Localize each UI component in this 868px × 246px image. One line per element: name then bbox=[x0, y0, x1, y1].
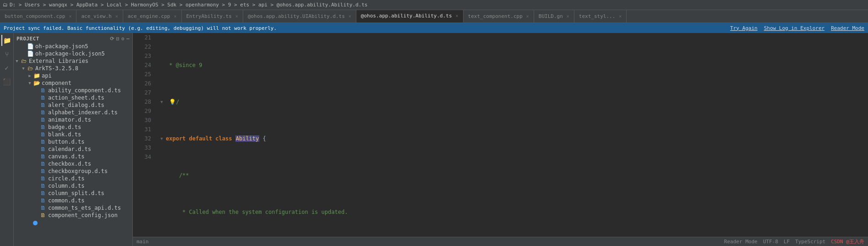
ts-icon: 🗎 bbox=[39, 117, 47, 123]
tab-close-icon[interactable]: × bbox=[115, 14, 118, 19]
commit-activity-icon[interactable]: ✓ bbox=[1, 62, 12, 73]
tree-item-arkts[interactable]: ▼ 🗁 ArkTS-3.2.5.8 bbox=[14, 65, 132, 72]
status-git: main bbox=[136, 239, 149, 245]
tree-item-api[interactable]: ▶ 📁 api bbox=[14, 72, 132, 79]
ts-icon: 🗎 bbox=[39, 153, 47, 160]
tree-item-component[interactable]: ▼ 📂 component bbox=[14, 79, 132, 87]
tree-item-blank[interactable]: 🗎 blank.d.ts bbox=[14, 131, 132, 138]
loading-dot bbox=[33, 221, 38, 225]
tabs-bar: button_component.cpp × ace_view.h × ace_… bbox=[0, 10, 868, 23]
info-actions: Try Again Show Log in Explorer Reader Mo… bbox=[730, 25, 864, 31]
tab-entry-ability[interactable]: EntryAbility.ts × bbox=[182, 10, 243, 23]
tab-close-icon[interactable]: × bbox=[69, 14, 71, 19]
status-csdn: CSDN @王入舟 bbox=[831, 238, 864, 245]
tree-item-column[interactable]: 🗎 column.d.ts bbox=[14, 182, 132, 190]
project-activity-icon[interactable]: 📁 bbox=[1, 35, 12, 46]
tab-text-styl[interactable]: text_styl... × bbox=[574, 10, 627, 23]
tab-ui-ability[interactable]: @ohos.app.ability.UIAbility.d.ts × bbox=[243, 10, 356, 23]
tab-ability-d[interactable]: @ohos.app.ability.Ability.d.ts × bbox=[356, 10, 464, 23]
tree-item-checkboxgroup[interactable]: 🗎 checkboxgroup.d.ts bbox=[14, 168, 132, 175]
tree-item-oh-package-lock[interactable]: 📄 oh-package-lock.json5 bbox=[14, 50, 132, 57]
settings-icon[interactable]: ⚙ bbox=[121, 36, 125, 42]
ts-icon: 🗎 bbox=[39, 146, 47, 152]
tree-item-circle[interactable]: 🗎 circle.d.ts bbox=[14, 175, 132, 182]
left-panel: 📁 ⑂ ✓ ⬛ Project ⟳ ⊟ ⚙ — 📄 oh-packag bbox=[0, 33, 133, 246]
dir-icon: 🗁 bbox=[20, 58, 27, 64]
tree-item-action-sheet[interactable]: 🗎 action_sheet.d.ts bbox=[14, 94, 132, 101]
ts-icon: 🗎 bbox=[39, 205, 47, 211]
tree-item-common-ts-ets[interactable]: 🗎 common_ts_ets_api.d.ts bbox=[14, 204, 132, 212]
ts-icon: 🗎 bbox=[39, 102, 47, 108]
status-language[interactable]: TypeScript bbox=[795, 239, 825, 245]
tree-item-component-config[interactable]: 🗎 component_config.json bbox=[14, 212, 132, 219]
tab-close-icon[interactable]: × bbox=[567, 14, 569, 19]
ts-icon: 🗎 bbox=[39, 124, 47, 130]
tree-item-canvas[interactable]: 🗎 canvas.d.ts bbox=[14, 153, 132, 160]
sync-icon[interactable]: ⟳ bbox=[110, 36, 115, 42]
status-encoding[interactable]: UTF-8 bbox=[763, 239, 778, 245]
tab-close-icon[interactable]: × bbox=[619, 14, 622, 19]
breadcrumb: D: > Users > wangqx > AppData > Local > … bbox=[10, 2, 367, 8]
tab-close-icon[interactable]: × bbox=[349, 14, 351, 19]
dir-arrow-expanded: ▼ bbox=[20, 66, 27, 71]
tab-label: text_styl... bbox=[579, 13, 615, 19]
tab-text-component[interactable]: text_component.cpp × bbox=[464, 10, 534, 23]
tab-close-icon[interactable]: × bbox=[526, 14, 529, 19]
tab-ace-view[interactable]: ace_view.h × bbox=[76, 10, 123, 23]
ts-icon: 🗎 bbox=[39, 87, 47, 94]
tab-close-icon[interactable]: × bbox=[235, 14, 238, 19]
reader-mode-button[interactable]: Reader Mode bbox=[831, 25, 864, 31]
tree-item-alert-dialog[interactable]: 🗎 alert_dialog.d.ts bbox=[14, 101, 132, 109]
dir-icon: 📂 bbox=[33, 80, 40, 86]
ts-icon: 🗎 bbox=[39, 95, 47, 101]
project-header: Project ⟳ ⊟ ⚙ — bbox=[14, 35, 132, 43]
line-numbers: 21 22 23 24 25 26 27 28 29 30 31 32 33 3… bbox=[133, 33, 155, 237]
dir-arrow-expanded: ▼ bbox=[14, 59, 20, 63]
tab-label: BUILD.gn bbox=[539, 13, 563, 19]
ts-icon: 🗎 bbox=[39, 183, 47, 189]
tab-label: ace_view.h bbox=[81, 13, 111, 19]
file-icon: 📄 bbox=[27, 43, 34, 50]
tab-build-gn[interactable]: BUILD.gn × bbox=[534, 10, 574, 23]
code-editor[interactable]: 21 22 23 24 25 26 27 28 29 30 31 32 33 3… bbox=[133, 33, 868, 237]
editor-area: 21 22 23 24 25 26 27 28 29 30 31 32 33 3… bbox=[133, 33, 868, 246]
tree-item-oh-package[interactable]: 📄 oh-package.json5 bbox=[14, 43, 132, 50]
tree-item-button[interactable]: 🗎 button.d.ts bbox=[14, 138, 132, 145]
tree-item-column-split[interactable]: 🗎 column_split.d.ts bbox=[14, 190, 132, 197]
tab-label: @ohos.app.ability.UIAbility.d.ts bbox=[248, 13, 345, 19]
status-reader-mode[interactable]: Reader Mode bbox=[724, 239, 758, 245]
breadcrumb-bar: 🗂 D: > Users > wangqx > AppData > Local … bbox=[0, 0, 868, 10]
ts-icon: 🗎 bbox=[39, 109, 47, 116]
tree-item-animator[interactable]: 🗎 animator.d.ts bbox=[14, 116, 132, 123]
collapse-icon[interactable]: ⊟ bbox=[116, 36, 120, 42]
tab-close-icon[interactable]: × bbox=[456, 13, 459, 18]
tab-label: EntryAbility.ts bbox=[186, 13, 232, 19]
ts-icon: 🗎 bbox=[39, 197, 47, 204]
tree-item-external-libraries[interactable]: ▼ 🗁 External Libraries bbox=[14, 57, 132, 65]
tab-label: @ohos.app.ability.Ability.d.ts bbox=[361, 13, 452, 19]
try-again-button[interactable]: Try Again bbox=[730, 25, 758, 31]
tree-item-checkbox[interactable]: 🗎 checkbox.d.ts bbox=[14, 160, 132, 168]
close-icon[interactable]: — bbox=[126, 36, 130, 42]
tree-item-common[interactable]: 🗎 common.d.ts bbox=[14, 197, 132, 204]
json-icon: 🗎 bbox=[39, 212, 47, 218]
dir-arrow-collapsed: ▶ bbox=[27, 73, 33, 78]
code-content[interactable]: * @since 9 ▼ 💡/ ▼ export default class A… bbox=[155, 33, 868, 237]
tree-item-calendar[interactable]: 🗎 calendar.d.ts bbox=[14, 145, 132, 153]
tab-button-component[interactable]: button_component.cpp × bbox=[0, 10, 76, 23]
status-line-ending[interactable]: LF bbox=[784, 239, 790, 245]
tab-ace-engine[interactable]: ace_engine.cpp × bbox=[123, 10, 182, 23]
git-activity-icon[interactable]: ⑂ bbox=[1, 49, 12, 60]
dir-icon: 🗁 bbox=[27, 65, 34, 72]
tree-item-ability-component[interactable]: 🗎 ability_component.d.ts bbox=[14, 87, 132, 94]
tree-item-alphabet-indexer[interactable]: 🗎 alphabet_indexer.d.ts bbox=[14, 109, 132, 116]
show-log-button[interactable]: Show Log in Explorer bbox=[764, 25, 824, 31]
code-line-25: * Called when the system configuration i… bbox=[158, 207, 864, 217]
terminal-activity-icon[interactable]: ⬛ bbox=[1, 76, 12, 87]
tab-label: text_component.cpp bbox=[468, 13, 523, 19]
tree-item-badge[interactable]: 🗎 badge.d.ts bbox=[14, 123, 132, 131]
tab-close-icon[interactable]: × bbox=[174, 14, 176, 19]
main-content: 📁 ⑂ ✓ ⬛ Project ⟳ ⊟ ⚙ — 📄 oh-packag bbox=[0, 33, 868, 246]
ts-icon: 🗎 bbox=[39, 190, 47, 196]
file-icon: 📄 bbox=[27, 50, 34, 57]
